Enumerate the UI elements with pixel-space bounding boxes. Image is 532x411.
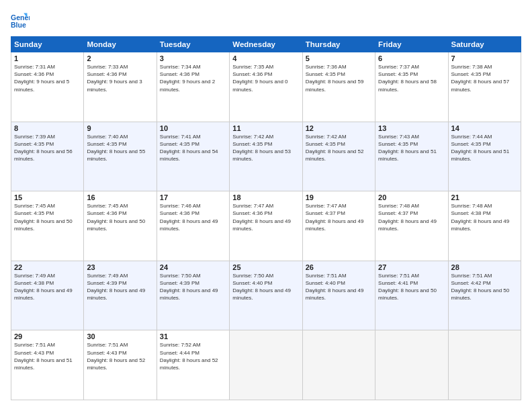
table-row: 15 Sunrise: 7:45 AM Sunset: 4:35 PM Dayl…	[11, 191, 84, 261]
daylight-label: Daylight: 8 hours and 49 minutes.	[160, 218, 218, 232]
sunset-label: Sunset: 4:39 PM	[87, 280, 126, 286]
sunset-label: Sunset: 4:36 PM	[87, 71, 126, 77]
day-info: Sunrise: 7:51 AM Sunset: 4:40 PM Dayligh…	[306, 272, 372, 302]
sunrise-label: Sunrise: 7:48 AM	[378, 203, 419, 209]
sunset-label: Sunset: 4:36 PM	[232, 210, 272, 216]
sunset-label: Sunset: 4:35 PM	[378, 141, 418, 147]
day-number: 3	[160, 54, 226, 62]
sunrise-label: Sunrise: 7:46 AM	[160, 203, 201, 209]
col-tuesday: Tuesday	[157, 37, 229, 52]
table-row	[302, 330, 375, 400]
daylight-label: Daylight: 8 hours and 56 minutes.	[14, 148, 73, 162]
day-info: Sunrise: 7:37 AM Sunset: 4:35 PM Dayligh…	[378, 63, 445, 93]
day-info: Sunrise: 7:36 AM Sunset: 4:35 PM Dayligh…	[306, 63, 372, 93]
svg-text:Blue: Blue	[11, 21, 26, 29]
day-info: Sunrise: 7:45 AM Sunset: 4:35 PM Dayligh…	[14, 202, 81, 232]
day-info: Sunrise: 7:49 AM Sunset: 4:39 PM Dayligh…	[87, 272, 153, 302]
day-number: 11	[232, 124, 299, 132]
day-info: Sunrise: 7:45 AM Sunset: 4:36 PM Dayligh…	[87, 202, 153, 232]
day-number: 19	[306, 193, 372, 201]
daylight-label: Daylight: 9 hours and 3 minutes.	[87, 79, 142, 92]
table-row: 30 Sunrise: 7:51 AM Sunset: 4:43 PM Dayl…	[84, 330, 157, 400]
table-row: 19 Sunrise: 7:47 AM Sunset: 4:37 PM Dayl…	[302, 191, 375, 261]
daylight-label: Daylight: 8 hours and 49 minutes.	[451, 218, 510, 232]
day-info: Sunrise: 7:42 AM Sunset: 4:35 PM Dayligh…	[306, 133, 372, 163]
sunset-label: Sunset: 4:35 PM	[87, 141, 126, 147]
sunrise-label: Sunrise: 7:49 AM	[87, 273, 128, 279]
day-number: 6	[378, 54, 445, 62]
day-number: 5	[306, 54, 372, 62]
daylight-label: Daylight: 9 hours and 5 minutes.	[14, 79, 69, 92]
day-number: 14	[451, 124, 518, 132]
day-info: Sunrise: 7:48 AM Sunset: 4:37 PM Dayligh…	[378, 202, 445, 232]
day-info: Sunrise: 7:40 AM Sunset: 4:35 PM Dayligh…	[87, 133, 153, 163]
day-number: 8	[14, 124, 81, 132]
day-number: 17	[160, 193, 226, 201]
day-number: 21	[451, 193, 518, 201]
sunrise-label: Sunrise: 7:38 AM	[451, 64, 492, 70]
sunset-label: Sunset: 4:36 PM	[232, 71, 272, 77]
daylight-label: Daylight: 8 hours and 52 minutes.	[87, 357, 145, 371]
sunset-label: Sunset: 4:38 PM	[14, 280, 54, 286]
col-sunday: Sunday	[11, 37, 84, 52]
day-info: Sunrise: 7:50 AM Sunset: 4:39 PM Dayligh…	[160, 272, 226, 302]
sunrise-label: Sunrise: 7:41 AM	[160, 134, 201, 140]
day-number: 18	[232, 193, 299, 201]
day-number: 26	[306, 263, 372, 271]
table-row: 28 Sunrise: 7:51 AM Sunset: 4:42 PM Dayl…	[448, 261, 521, 330]
day-number: 27	[378, 263, 445, 271]
day-info: Sunrise: 7:48 AM Sunset: 4:38 PM Dayligh…	[451, 202, 518, 232]
logo: General Blue	[11, 11, 32, 30]
day-info: Sunrise: 7:51 AM Sunset: 4:41 PM Dayligh…	[378, 272, 445, 302]
day-info: Sunrise: 7:42 AM Sunset: 4:35 PM Dayligh…	[232, 133, 299, 163]
calendar-week-3: 15 Sunrise: 7:45 AM Sunset: 4:35 PM Dayl…	[11, 191, 521, 261]
day-number: 28	[451, 263, 518, 271]
table-row: 14 Sunrise: 7:44 AM Sunset: 4:35 PM Dayl…	[448, 122, 521, 191]
day-number: 25	[232, 263, 299, 271]
daylight-label: Daylight: 8 hours and 52 minutes.	[160, 357, 218, 371]
table-row: 4 Sunrise: 7:35 AM Sunset: 4:36 PM Dayli…	[230, 52, 302, 122]
sunrise-label: Sunrise: 7:42 AM	[306, 134, 347, 140]
day-info: Sunrise: 7:47 AM Sunset: 4:36 PM Dayligh…	[232, 202, 299, 232]
sunset-label: Sunset: 4:42 PM	[451, 280, 491, 286]
sunset-label: Sunset: 4:37 PM	[378, 210, 418, 216]
day-number: 4	[232, 54, 299, 62]
day-number: 1	[14, 54, 81, 62]
calendar-week-4: 22 Sunrise: 7:49 AM Sunset: 4:38 PM Dayl…	[11, 261, 521, 330]
day-info: Sunrise: 7:51 AM Sunset: 4:42 PM Dayligh…	[451, 272, 518, 302]
sunset-label: Sunset: 4:36 PM	[160, 210, 200, 216]
sunset-label: Sunset: 4:35 PM	[232, 141, 272, 147]
table-row: 29 Sunrise: 7:51 AM Sunset: 4:43 PM Dayl…	[11, 330, 84, 400]
table-row: 22 Sunrise: 7:49 AM Sunset: 4:38 PM Dayl…	[11, 261, 84, 330]
sunrise-label: Sunrise: 7:44 AM	[451, 134, 492, 140]
sunrise-label: Sunrise: 7:34 AM	[160, 64, 201, 70]
sunset-label: Sunset: 4:36 PM	[87, 210, 126, 216]
table-row: 8 Sunrise: 7:39 AM Sunset: 4:35 PM Dayli…	[11, 122, 84, 191]
table-row: 13 Sunrise: 7:43 AM Sunset: 4:35 PM Dayl…	[375, 122, 448, 191]
table-row: 18 Sunrise: 7:47 AM Sunset: 4:36 PM Dayl…	[230, 191, 302, 261]
sunrise-label: Sunrise: 7:47 AM	[232, 203, 273, 209]
day-info: Sunrise: 7:51 AM Sunset: 4:43 PM Dayligh…	[87, 341, 153, 371]
day-info: Sunrise: 7:43 AM Sunset: 4:35 PM Dayligh…	[378, 133, 445, 163]
sunset-label: Sunset: 4:39 PM	[160, 280, 200, 286]
header: General Blue	[11, 11, 521, 30]
day-number: 24	[160, 263, 226, 271]
sunrise-label: Sunrise: 7:51 AM	[451, 273, 492, 279]
day-info: Sunrise: 7:33 AM Sunset: 4:36 PM Dayligh…	[87, 63, 153, 93]
table-row: 31 Sunrise: 7:52 AM Sunset: 4:44 PM Dayl…	[157, 330, 229, 400]
day-number: 10	[160, 124, 226, 132]
col-wednesday: Wednesday	[230, 37, 302, 52]
sunset-label: Sunset: 4:35 PM	[451, 71, 491, 77]
calendar-table: Sunday Monday Tuesday Wednesday Thursday…	[11, 36, 521, 400]
daylight-label: Daylight: 8 hours and 58 minutes.	[378, 79, 437, 92]
table-row: 2 Sunrise: 7:33 AM Sunset: 4:36 PM Dayli…	[84, 52, 157, 122]
sunrise-label: Sunrise: 7:31 AM	[14, 64, 55, 70]
table-row: 27 Sunrise: 7:51 AM Sunset: 4:41 PM Dayl…	[375, 261, 448, 330]
table-row: 26 Sunrise: 7:51 AM Sunset: 4:40 PM Dayl…	[302, 261, 375, 330]
table-row	[230, 330, 302, 400]
sunrise-label: Sunrise: 7:51 AM	[87, 342, 128, 348]
table-row: 25 Sunrise: 7:50 AM Sunset: 4:40 PM Dayl…	[230, 261, 302, 330]
day-info: Sunrise: 7:35 AM Sunset: 4:36 PM Dayligh…	[232, 63, 299, 93]
day-info: Sunrise: 7:41 AM Sunset: 4:35 PM Dayligh…	[160, 133, 226, 163]
sunrise-label: Sunrise: 7:35 AM	[232, 64, 273, 70]
